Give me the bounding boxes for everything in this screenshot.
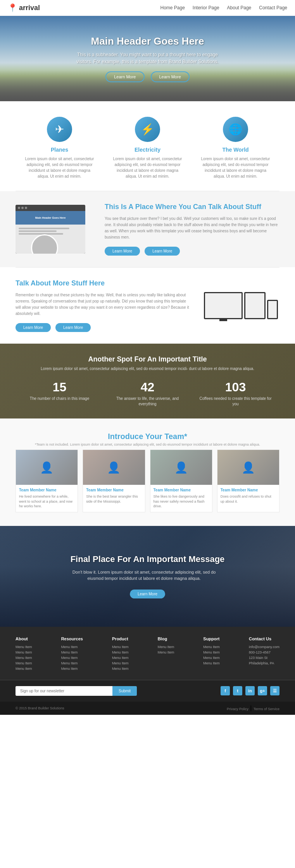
- footer-policy-link[interactable]: Privacy Policy: [227, 707, 248, 711]
- footer-link[interactable]: Menu Item: [158, 650, 174, 654]
- split2-btn2[interactable]: Learn More: [55, 323, 91, 332]
- cta-title: Final Place For An Important Message: [71, 554, 225, 564]
- split1-btn2[interactable]: Learn More: [145, 247, 180, 256]
- nav-link[interactable]: About Page: [227, 5, 252, 10]
- footer-link[interactable]: 123 Main St: [249, 656, 279, 660]
- footer-link[interactable]: Menu Item: [203, 650, 220, 654]
- features-section: ✈ Planes Lorem ipsum dolor sit amet, con…: [0, 101, 295, 191]
- footer-policy-link[interactable]: Terms of Service: [254, 707, 279, 711]
- team-section: Introduce Your Team* *Team is not includ…: [0, 418, 295, 526]
- footer-link[interactable]: Menu Item: [112, 667, 129, 671]
- team-info: Team Member Name Does crossfit and refus…: [217, 485, 279, 507]
- stat-label: Coffees needed to create this template f…: [199, 396, 272, 407]
- feature-item: 🌐 The World Lorem ipsum dolor sit amet, …: [191, 117, 279, 179]
- nav-link[interactable]: Interior Page: [193, 5, 219, 10]
- split1-btn1[interactable]: Learn More: [105, 247, 140, 256]
- team-avatar: 👤: [16, 450, 78, 485]
- footer-col-heading: Product: [112, 636, 129, 641]
- cta-content: Final Place For An Important Message Don…: [71, 554, 225, 598]
- googleplus-icon[interactable]: g+: [258, 686, 267, 695]
- nav-link[interactable]: Contact Page: [259, 5, 287, 10]
- footer-link[interactable]: info@company.com: [249, 645, 279, 649]
- footer-link[interactable]: Menu Item: [112, 650, 129, 654]
- facebook-icon[interactable]: f: [221, 686, 230, 695]
- footer-link[interactable]: Menu Item: [203, 645, 220, 649]
- team-card: 👤 Team Member Name She is the best bear …: [83, 450, 145, 512]
- footer-column: BlogMenu ItemMenu Item: [158, 636, 174, 672]
- footer-column: ProductMenu ItemMenu ItemMenu ItemMenu I…: [112, 636, 129, 672]
- logo-text: arrival: [19, 4, 40, 12]
- team-name: Team Member Name: [19, 488, 74, 492]
- split1-text: You see that picture over there? I bet y…: [105, 216, 279, 240]
- footer-column: ResourcesMenu ItemMenu ItemMenu ItemMenu…: [61, 636, 83, 672]
- footer-link[interactable]: Menu Item: [61, 645, 83, 649]
- footer-col-heading: About: [16, 636, 32, 641]
- hero-btn2[interactable]: Learn More: [151, 71, 190, 82]
- footer-link[interactable]: Menu Item: [112, 661, 129, 665]
- footer-link[interactable]: Menu Item: [158, 645, 174, 649]
- footer-link[interactable]: Menu Item: [16, 661, 32, 665]
- split2-btn1[interactable]: Learn More: [16, 323, 51, 332]
- stats-title: Another Spot For An Important Title: [16, 355, 279, 363]
- footer-link[interactable]: Menu Item: [61, 661, 83, 665]
- footer-newsletter: Submit fting+☰: [0, 680, 295, 702]
- footer-col-heading: Blog: [158, 636, 174, 641]
- feature-text: Lorem ipsum dolor sit amet, consectetur …: [199, 156, 272, 179]
- cta-btn[interactable]: Learn More: [130, 590, 165, 598]
- footer-col-heading: Support: [203, 636, 220, 641]
- footer-link[interactable]: Menu Item: [61, 656, 83, 660]
- devices-image: [202, 288, 279, 323]
- footer-column: SupportMenu ItemMenu ItemMenu ItemMenu I…: [203, 636, 220, 672]
- team-bio: Does crossfit and refuses to shut up abo…: [221, 494, 276, 504]
- hero-content: Main Header Goes Here This is a subheade…: [70, 35, 225, 82]
- logo[interactable]: 📍 arrival: [8, 3, 40, 12]
- stat-item: 15 The number of chairs in this image: [16, 380, 104, 407]
- footer-link[interactable]: Menu Item: [112, 656, 129, 660]
- hero-title: Main Header Goes Here: [70, 35, 225, 47]
- nav-links: Home PageInterior PageAbout PageContact …: [160, 5, 287, 10]
- split2-title: Talk About More Stuff Here: [16, 279, 190, 287]
- newsletter-submit[interactable]: Submit: [112, 686, 137, 696]
- footer-link[interactable]: Menu Item: [203, 656, 220, 660]
- feature-item: ⚡ Electricity Lorem ipsum dolor sit amet…: [104, 117, 191, 179]
- split-text-2: Talk About More Stuff Here Remember to c…: [16, 279, 190, 332]
- linkedin-icon[interactable]: in: [245, 686, 255, 695]
- footer-link[interactable]: Menu Item: [61, 667, 83, 671]
- footer-link[interactable]: Philadelphia, PA: [249, 661, 279, 665]
- footer-link[interactable]: Menu Item: [16, 650, 32, 654]
- newsletter-input[interactable]: [16, 686, 112, 696]
- stats-row: 15 The number of chairs in this image 42…: [16, 380, 279, 407]
- team-bio: She is the best bear wrangler this side …: [86, 494, 141, 504]
- split-section-1: Main Header Goes Here This Is A Place Wh…: [0, 191, 295, 267]
- team-info: Team Member Name He lived somewhere for …: [16, 485, 78, 512]
- mock-browser: Main Header Goes Here: [16, 205, 85, 254]
- footer-link[interactable]: Menu Item: [16, 656, 32, 660]
- team-note: *Team is not included. Lorem ipsum dolor…: [16, 443, 279, 446]
- split2-buttons: Learn More Learn More: [16, 323, 190, 332]
- footer-link[interactable]: Menu Item: [16, 645, 32, 649]
- split-image: Main Header Goes Here: [16, 205, 93, 254]
- footer-link[interactable]: Menu Item: [203, 661, 220, 665]
- nav-link[interactable]: Home Page: [160, 5, 185, 10]
- footer-copyright: © 2015 Brand Builder Solutions: [16, 706, 64, 710]
- footer-link[interactable]: Menu Item: [61, 650, 83, 654]
- feature-icon: 🌐: [223, 117, 248, 142]
- footer-link[interactable]: Menu Item: [16, 667, 32, 671]
- stat-item: 103 Coffees needed to create this templa…: [191, 380, 279, 407]
- feature-title: Planes: [23, 147, 96, 153]
- logo-icon: 📍: [8, 3, 17, 12]
- twitter-icon[interactable]: t: [233, 686, 242, 695]
- footer-link[interactable]: 800-123-4567: [249, 650, 279, 654]
- team-avatar: 👤: [217, 450, 279, 485]
- hero-section: Main Header Goes Here This is a subheade…: [0, 16, 295, 101]
- team-info: Team Member Name She likes to live dange…: [150, 485, 212, 512]
- split1-buttons: Learn More Learn More: [105, 247, 279, 256]
- footer-col-heading: Contact Us: [249, 636, 279, 641]
- hero-btn1[interactable]: Learn More: [105, 71, 144, 82]
- feature-item: ✈ Planes Lorem ipsum dolor sit amet, con…: [16, 117, 104, 179]
- team-name: Team Member Name: [154, 488, 209, 492]
- split-text-1: This Is A Place Where You Can Talk About…: [105, 203, 279, 256]
- footer-link[interactable]: Menu Item: [112, 645, 129, 649]
- stats-section: Another Spot For An Important Title Lore…: [0, 344, 295, 418]
- rss-icon[interactable]: ☰: [270, 686, 279, 695]
